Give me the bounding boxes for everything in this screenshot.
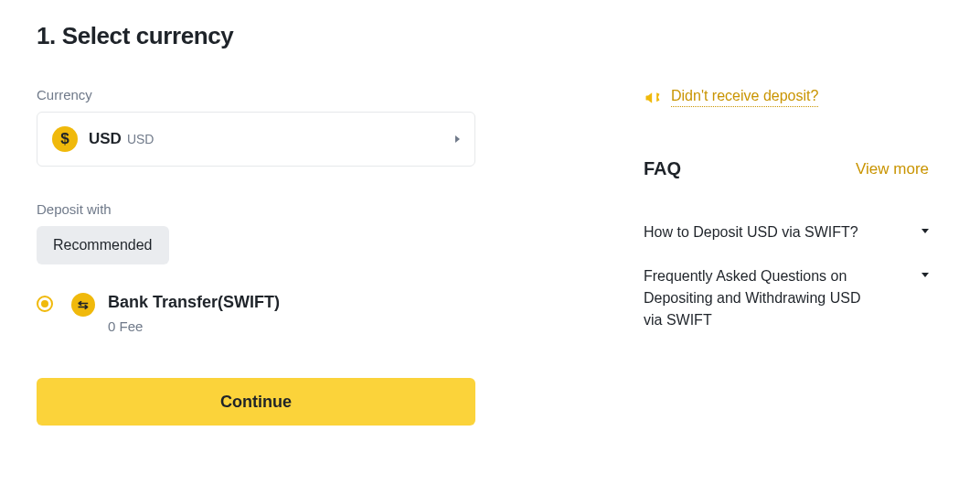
view-more-link[interactable]: View more [856, 160, 929, 178]
chevron-right-icon [455, 135, 460, 143]
chevron-down-icon [921, 229, 929, 233]
deposit-method-option[interactable]: ⇆ Bank Transfer(SWIFT) 0 Fee [37, 292, 475, 334]
megaphone-icon [644, 89, 662, 107]
faq-question: Frequently Asked Questions on Depositing… [644, 265, 872, 331]
deposit-with-label: Deposit with [37, 201, 512, 217]
notice-link[interactable]: Didn't receive deposit? [671, 88, 818, 107]
continue-button[interactable]: Continue [37, 378, 475, 426]
method-fee: 0 Fee [108, 318, 280, 334]
currency-label: Currency [37, 87, 512, 102]
transfer-icon: ⇆ [71, 293, 95, 317]
radio-selected-icon [37, 296, 53, 312]
faq-item[interactable]: Frequently Asked Questions on Depositing… [644, 265, 929, 331]
chevron-down-icon [921, 273, 929, 277]
dollar-icon: $ [52, 126, 78, 152]
faq-title: FAQ [644, 158, 681, 179]
currency-select[interactable]: $ USD USD [37, 112, 475, 167]
faq-question: How to Deposit USD via SWIFT? [644, 221, 858, 243]
notice: Didn't receive deposit? [644, 88, 929, 107]
currency-code: USD [127, 132, 154, 146]
method-name: Bank Transfer(SWIFT) [108, 292, 280, 313]
faq-item[interactable]: How to Deposit USD via SWIFT? [644, 221, 929, 243]
tab-recommended[interactable]: Recommended [37, 226, 169, 264]
currency-name: USD [89, 130, 122, 148]
step-title: 1. Select currency [37, 22, 512, 50]
